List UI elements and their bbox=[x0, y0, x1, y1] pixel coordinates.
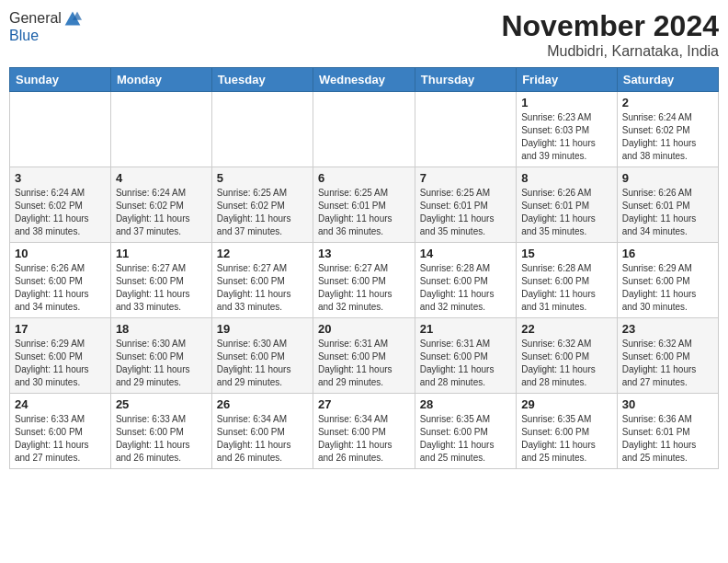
weekday-header-friday: Friday bbox=[517, 68, 618, 92]
day-number: 25 bbox=[116, 397, 207, 411]
day-number: 2 bbox=[622, 96, 713, 109]
day-number: 23 bbox=[622, 322, 713, 336]
day-info: Sunrise: 6:33 AM Sunset: 6:00 PM Dayligh… bbox=[116, 413, 207, 465]
week-row-2: 3Sunrise: 6:24 AM Sunset: 6:02 PM Daylig… bbox=[10, 167, 719, 243]
week-row-3: 10Sunrise: 6:26 AM Sunset: 6:00 PM Dayli… bbox=[10, 243, 719, 318]
calendar-cell: 10Sunrise: 6:26 AM Sunset: 6:00 PM Dayli… bbox=[10, 243, 111, 318]
weekday-header-tuesday: Tuesday bbox=[211, 68, 313, 92]
day-number: 12 bbox=[217, 247, 308, 260]
logo: General Blue bbox=[9, 9, 82, 44]
calendar-cell: 2Sunrise: 6:24 AM Sunset: 6:02 PM Daylig… bbox=[617, 92, 718, 167]
calendar-cell: 19Sunrise: 6:30 AM Sunset: 6:00 PM Dayli… bbox=[211, 318, 313, 394]
page: General Blue November 2024 Mudbidri, Kar… bbox=[0, 0, 728, 563]
day-info: Sunrise: 6:24 AM Sunset: 6:02 PM Dayligh… bbox=[622, 111, 713, 163]
calendar-cell: 15Sunrise: 6:28 AM Sunset: 6:00 PM Dayli… bbox=[517, 243, 618, 318]
logo-general-text: General bbox=[9, 10, 62, 27]
weekday-header-thursday: Thursday bbox=[415, 68, 516, 92]
location: Mudbidri, Karnataka, India bbox=[501, 43, 719, 60]
calendar-cell: 29Sunrise: 6:35 AM Sunset: 6:00 PM Dayli… bbox=[517, 394, 618, 469]
day-info: Sunrise: 6:35 AM Sunset: 6:00 PM Dayligh… bbox=[420, 413, 511, 465]
calendar-cell bbox=[313, 92, 415, 167]
day-number: 5 bbox=[217, 171, 308, 185]
day-info: Sunrise: 6:24 AM Sunset: 6:02 PM Dayligh… bbox=[15, 187, 106, 238]
day-number: 30 bbox=[622, 397, 713, 411]
calendar-cell: 3Sunrise: 6:24 AM Sunset: 6:02 PM Daylig… bbox=[10, 167, 111, 243]
day-number: 3 bbox=[15, 171, 106, 185]
day-info: Sunrise: 6:27 AM Sunset: 6:00 PM Dayligh… bbox=[217, 262, 308, 314]
day-info: Sunrise: 6:26 AM Sunset: 6:01 PM Dayligh… bbox=[622, 187, 713, 238]
calendar-cell: 14Sunrise: 6:28 AM Sunset: 6:00 PM Dayli… bbox=[415, 243, 516, 318]
day-info: Sunrise: 6:31 AM Sunset: 6:00 PM Dayligh… bbox=[318, 338, 410, 389]
day-number: 1 bbox=[521, 96, 612, 109]
calendar-cell: 26Sunrise: 6:34 AM Sunset: 6:00 PM Dayli… bbox=[211, 394, 313, 469]
calendar-cell: 12Sunrise: 6:27 AM Sunset: 6:00 PM Dayli… bbox=[211, 243, 313, 318]
weekday-header-saturday: Saturday bbox=[617, 68, 718, 92]
day-info: Sunrise: 6:32 AM Sunset: 6:00 PM Dayligh… bbox=[622, 338, 713, 389]
calendar-cell: 8Sunrise: 6:26 AM Sunset: 6:01 PM Daylig… bbox=[517, 167, 618, 243]
day-number: 14 bbox=[420, 247, 511, 260]
calendar-cell: 25Sunrise: 6:33 AM Sunset: 6:00 PM Dayli… bbox=[110, 394, 211, 469]
day-number: 4 bbox=[116, 171, 207, 185]
calendar-cell: 21Sunrise: 6:31 AM Sunset: 6:00 PM Dayli… bbox=[415, 318, 516, 394]
day-info: Sunrise: 6:28 AM Sunset: 6:00 PM Dayligh… bbox=[420, 262, 511, 314]
calendar-cell: 7Sunrise: 6:25 AM Sunset: 6:01 PM Daylig… bbox=[415, 167, 516, 243]
day-info: Sunrise: 6:33 AM Sunset: 6:00 PM Dayligh… bbox=[15, 413, 106, 465]
week-row-4: 17Sunrise: 6:29 AM Sunset: 6:00 PM Dayli… bbox=[10, 318, 719, 394]
calendar-cell: 23Sunrise: 6:32 AM Sunset: 6:00 PM Dayli… bbox=[617, 318, 718, 394]
day-number: 24 bbox=[15, 397, 106, 411]
calendar-cell: 16Sunrise: 6:29 AM Sunset: 6:00 PM Dayli… bbox=[617, 243, 718, 318]
calendar-cell: 24Sunrise: 6:33 AM Sunset: 6:00 PM Dayli… bbox=[10, 394, 111, 469]
day-info: Sunrise: 6:36 AM Sunset: 6:01 PM Dayligh… bbox=[622, 413, 713, 465]
day-number: 26 bbox=[217, 397, 308, 411]
day-number: 19 bbox=[217, 322, 308, 336]
calendar-cell: 22Sunrise: 6:32 AM Sunset: 6:00 PM Dayli… bbox=[517, 318, 618, 394]
calendar-cell: 27Sunrise: 6:34 AM Sunset: 6:00 PM Dayli… bbox=[313, 394, 415, 469]
day-number: 20 bbox=[318, 322, 410, 336]
day-info: Sunrise: 6:30 AM Sunset: 6:00 PM Dayligh… bbox=[217, 338, 308, 389]
week-row-1: 1Sunrise: 6:23 AM Sunset: 6:03 PM Daylig… bbox=[10, 92, 719, 167]
calendar-cell bbox=[10, 92, 111, 167]
day-number: 7 bbox=[420, 171, 511, 185]
day-number: 10 bbox=[15, 247, 106, 260]
day-info: Sunrise: 6:27 AM Sunset: 6:00 PM Dayligh… bbox=[116, 262, 207, 314]
calendar-cell bbox=[110, 92, 211, 167]
calendar-cell: 9Sunrise: 6:26 AM Sunset: 6:01 PM Daylig… bbox=[617, 167, 718, 243]
calendar-cell: 6Sunrise: 6:25 AM Sunset: 6:01 PM Daylig… bbox=[313, 167, 415, 243]
day-info: Sunrise: 6:24 AM Sunset: 6:02 PM Dayligh… bbox=[116, 187, 207, 238]
day-info: Sunrise: 6:30 AM Sunset: 6:00 PM Dayligh… bbox=[116, 338, 207, 389]
weekday-header-wednesday: Wednesday bbox=[313, 68, 415, 92]
calendar-cell: 20Sunrise: 6:31 AM Sunset: 6:00 PM Dayli… bbox=[313, 318, 415, 394]
day-number: 22 bbox=[521, 322, 612, 336]
week-row-5: 24Sunrise: 6:33 AM Sunset: 6:00 PM Dayli… bbox=[10, 394, 719, 469]
day-info: Sunrise: 6:26 AM Sunset: 6:00 PM Dayligh… bbox=[15, 262, 106, 314]
calendar-cell: 17Sunrise: 6:29 AM Sunset: 6:00 PM Dayli… bbox=[10, 318, 111, 394]
header: General Blue November 2024 Mudbidri, Kar… bbox=[9, 9, 719, 60]
day-info: Sunrise: 6:27 AM Sunset: 6:00 PM Dayligh… bbox=[318, 262, 410, 314]
day-info: Sunrise: 6:35 AM Sunset: 6:00 PM Dayligh… bbox=[521, 413, 612, 465]
calendar-cell bbox=[415, 92, 516, 167]
day-info: Sunrise: 6:34 AM Sunset: 6:00 PM Dayligh… bbox=[318, 413, 410, 465]
day-number: 28 bbox=[420, 397, 511, 411]
day-info: Sunrise: 6:28 AM Sunset: 6:00 PM Dayligh… bbox=[521, 262, 612, 314]
day-info: Sunrise: 6:34 AM Sunset: 6:00 PM Dayligh… bbox=[217, 413, 308, 465]
day-number: 9 bbox=[622, 171, 713, 185]
day-number: 16 bbox=[622, 247, 713, 260]
day-info: Sunrise: 6:23 AM Sunset: 6:03 PM Dayligh… bbox=[521, 111, 612, 163]
calendar-cell: 18Sunrise: 6:30 AM Sunset: 6:00 PM Dayli… bbox=[110, 318, 211, 394]
day-number: 8 bbox=[521, 171, 612, 185]
calendar-cell: 11Sunrise: 6:27 AM Sunset: 6:00 PM Dayli… bbox=[110, 243, 211, 318]
day-number: 29 bbox=[521, 397, 612, 411]
weekday-header-row: SundayMondayTuesdayWednesdayThursdayFrid… bbox=[10, 68, 719, 92]
calendar-cell: 1Sunrise: 6:23 AM Sunset: 6:03 PM Daylig… bbox=[517, 92, 618, 167]
day-number: 15 bbox=[521, 247, 612, 260]
day-number: 21 bbox=[420, 322, 511, 336]
calendar-cell: 28Sunrise: 6:35 AM Sunset: 6:00 PM Dayli… bbox=[415, 394, 516, 469]
day-info: Sunrise: 6:32 AM Sunset: 6:00 PM Dayligh… bbox=[521, 338, 612, 389]
calendar-table: SundayMondayTuesdayWednesdayThursdayFrid… bbox=[9, 67, 719, 469]
weekday-header-sunday: Sunday bbox=[10, 68, 111, 92]
day-info: Sunrise: 6:29 AM Sunset: 6:00 PM Dayligh… bbox=[15, 338, 106, 389]
day-number: 18 bbox=[116, 322, 207, 336]
calendar-cell: 30Sunrise: 6:36 AM Sunset: 6:01 PM Dayli… bbox=[617, 394, 718, 469]
day-number: 13 bbox=[318, 247, 410, 260]
calendar-cell bbox=[211, 92, 313, 167]
